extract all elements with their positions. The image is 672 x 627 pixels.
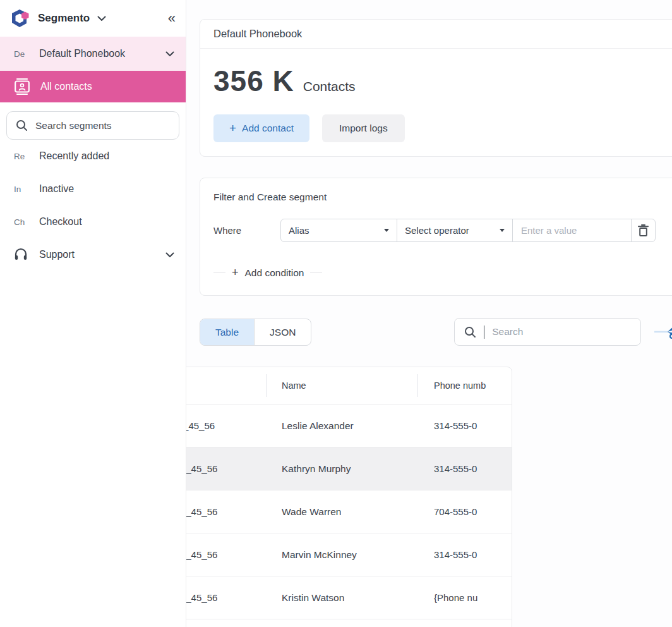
cell-name: Wade Warren: [266, 506, 417, 518]
sidebar-item-inactive[interactable]: In Inactive: [0, 173, 186, 205]
page-title: Default Phonebook: [213, 28, 302, 40]
text-cursor: [484, 326, 484, 339]
cell-phone: 314-555-0: [417, 549, 512, 560]
view-tabs: Table JSON: [200, 319, 311, 346]
cell-name: Leslie Alexander: [266, 420, 417, 432]
brand-chevron-down-icon[interactable]: [97, 16, 106, 21]
operator-select-value: Select operator: [405, 225, 469, 236]
value-field-wrap: [512, 219, 631, 241]
item-initials: Ch: [14, 217, 33, 227]
item-label: Inactive: [39, 183, 74, 195]
condition-group: Alias Select operator: [280, 219, 656, 242]
search-icon: [16, 119, 28, 131]
value-field[interactable]: [513, 219, 631, 241]
brand-name: Segmento: [38, 12, 90, 25]
add-condition-button[interactable]: + Add condition: [213, 266, 672, 279]
plus-icon: +: [229, 121, 236, 135]
phonebook-label: Default Phonebook: [39, 48, 125, 59]
add-condition-label: Add condition: [245, 267, 304, 279]
cell-phone: 314-555-0: [417, 463, 512, 474]
table-search-input[interactable]: [492, 326, 631, 338]
add-contact-label: Add contact: [242, 123, 294, 134]
support-label: Support: [39, 249, 75, 260]
scissors-icon[interactable]: [654, 323, 672, 342]
import-logs-label: Import logs: [339, 123, 388, 134]
import-logs-button[interactable]: Import logs: [322, 114, 405, 142]
cell-name: Marvin McKinney: [266, 549, 417, 561]
sidebar-item-recently-added[interactable]: Re Recently added: [0, 140, 186, 173]
chevron-down-icon: [500, 229, 505, 232]
phonebook-chevron-down-icon[interactable]: [165, 51, 174, 57]
segmento-logo-icon: [10, 8, 32, 29]
field-select-value: Alias: [289, 225, 309, 236]
field-select[interactable]: Alias: [281, 219, 397, 241]
segment-search-box[interactable]: [6, 111, 179, 140]
filter-card-title: Filter and Create segment: [213, 192, 672, 203]
cell-phone: 314-555-0: [417, 420, 512, 431]
phonebook-summary-card: Default Phonebook 356 K Contacts + Add c…: [200, 19, 672, 157]
cell-name: Kristin Watson: [266, 592, 417, 604]
filter-card: Filter and Create segment Where Alias Se…: [200, 178, 672, 296]
item-label: Checkout: [39, 216, 82, 228]
contact-card-icon: [14, 78, 30, 95]
chevron-down-icon: [384, 229, 389, 232]
segment-search-input[interactable]: [35, 120, 170, 131]
support-chevron-down-icon[interactable]: [165, 252, 174, 258]
brand-row: Segmento «: [0, 0, 186, 37]
divider-line: [310, 272, 322, 273]
item-initials: In: [14, 185, 33, 194]
phonebook-initials: De: [14, 49, 33, 59]
table-search-box[interactable]: [454, 318, 641, 346]
add-contact-button[interactable]: + Add contact: [213, 114, 309, 142]
cell-name: Kathryn Murphy: [266, 463, 417, 475]
sidebar-item-checkout[interactable]: Ch Checkout: [0, 205, 186, 238]
plus-icon: +: [232, 266, 239, 279]
divider-line: [213, 272, 225, 273]
headphones-icon: [14, 248, 33, 262]
sidebar-collapse-icon[interactable]: «: [168, 11, 176, 25]
sidebar: Segmento « De Default Phonebook All cont…: [0, 0, 186, 627]
operator-select[interactable]: Select operator: [397, 219, 512, 241]
search-icon: [464, 326, 476, 338]
item-initials: Re: [14, 152, 33, 161]
where-label: Where: [213, 225, 280, 236]
column-header-phone[interactable]: Phone numb: [417, 380, 512, 391]
sidebar-item-all-contacts[interactable]: All contacts: [0, 71, 186, 102]
cell-phone: 704-555-0: [417, 506, 512, 517]
column-header-name[interactable]: Name: [266, 380, 417, 391]
sidebar-item-default-phonebook[interactable]: De Default Phonebook: [0, 37, 186, 71]
column-divider: [266, 374, 267, 397]
sidebar-item-support[interactable]: Support: [0, 238, 186, 271]
all-contacts-label: All contacts: [40, 81, 92, 92]
tab-json[interactable]: JSON: [254, 319, 311, 345]
tab-table[interactable]: Table: [200, 319, 254, 345]
contacts-count: 356 K: [213, 64, 294, 98]
trash-icon: [638, 224, 649, 236]
item-label: Recently added: [39, 150, 109, 162]
delete-condition-button[interactable]: [631, 219, 655, 241]
cell-phone: {Phone nu: [417, 592, 512, 603]
column-divider: [417, 374, 418, 397]
contacts-count-label: Contacts: [303, 79, 356, 94]
